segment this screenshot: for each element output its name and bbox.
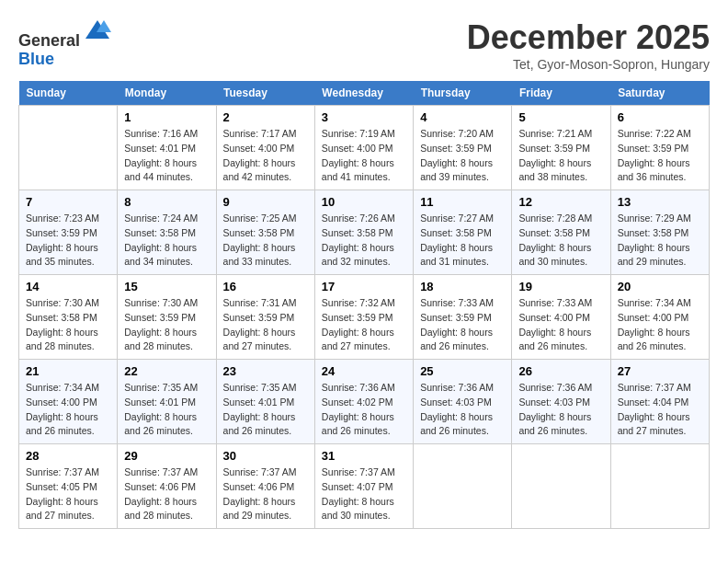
- calendar-cell: 19Sunrise: 7:33 AMSunset: 4:00 PMDayligh…: [512, 275, 610, 360]
- day-info: Sunrise: 7:24 AMSunset: 3:58 PMDaylight:…: [124, 212, 209, 270]
- day-info: Sunrise: 7:37 AMSunset: 4:06 PMDaylight:…: [223, 465, 308, 523]
- calendar-cell: 11Sunrise: 7:27 AMSunset: 3:58 PMDayligh…: [414, 190, 512, 275]
- header-cell-monday: Monday: [118, 81, 216, 106]
- calendar-cell: 4Sunrise: 7:20 AMSunset: 3:59 PMDaylight…: [414, 106, 512, 190]
- day-info: Sunrise: 7:36 AMSunset: 4:02 PMDaylight:…: [322, 381, 406, 439]
- day-number: 15: [124, 280, 209, 293]
- day-number: 2: [223, 110, 308, 124]
- day-info: Sunrise: 7:36 AMSunset: 4:03 PMDaylight:…: [518, 381, 603, 439]
- header-cell-friday: Friday: [512, 81, 610, 106]
- calendar-cell: 23Sunrise: 7:35 AMSunset: 4:01 PMDayligh…: [216, 360, 314, 444]
- calendar-cell: 14Sunrise: 7:30 AMSunset: 3:58 PMDayligh…: [19, 275, 118, 360]
- calendar-cell: 13Sunrise: 7:29 AMSunset: 3:58 PMDayligh…: [610, 190, 709, 275]
- day-info: Sunrise: 7:20 AMSunset: 3:59 PMDaylight:…: [420, 127, 505, 185]
- day-number: 31: [322, 449, 406, 463]
- calendar-cell: 25Sunrise: 7:36 AMSunset: 4:03 PMDayligh…: [414, 360, 512, 444]
- calendar-cell: 27Sunrise: 7:37 AMSunset: 4:04 PMDayligh…: [610, 360, 709, 444]
- calendar-cell: 8Sunrise: 7:24 AMSunset: 3:58 PMDaylight…: [118, 190, 216, 275]
- calendar-cell: 22Sunrise: 7:35 AMSunset: 4:01 PMDayligh…: [118, 360, 216, 444]
- day-number: 25: [420, 364, 505, 378]
- header-cell-tuesday: Tuesday: [216, 81, 314, 106]
- day-info: Sunrise: 7:26 AMSunset: 3:58 PMDaylight:…: [322, 212, 406, 270]
- day-number: 22: [124, 364, 209, 378]
- day-number: 7: [26, 195, 110, 209]
- day-info: Sunrise: 7:34 AMSunset: 4:00 PMDaylight:…: [618, 296, 702, 354]
- calendar-cell: 5Sunrise: 7:21 AMSunset: 3:59 PMDaylight…: [512, 106, 610, 190]
- calendar-cell: 18Sunrise: 7:33 AMSunset: 3:59 PMDayligh…: [414, 275, 512, 360]
- location-subtitle: Tet, Gyor-Moson-Sopron, Hungary: [467, 57, 710, 72]
- calendar-cell: 21Sunrise: 7:34 AMSunset: 4:00 PMDayligh…: [19, 360, 118, 444]
- week-row-3: 14Sunrise: 7:30 AMSunset: 3:58 PMDayligh…: [19, 275, 710, 360]
- day-number: 17: [322, 280, 406, 293]
- calendar-body: 1Sunrise: 7:16 AMSunset: 4:01 PMDaylight…: [19, 106, 710, 529]
- week-row-5: 28Sunrise: 7:37 AMSunset: 4:05 PMDayligh…: [19, 444, 710, 529]
- calendar-cell: 16Sunrise: 7:31 AMSunset: 3:59 PMDayligh…: [216, 275, 314, 360]
- calendar-cell: 20Sunrise: 7:34 AMSunset: 4:00 PMDayligh…: [610, 275, 709, 360]
- day-number: 5: [518, 110, 603, 124]
- day-info: Sunrise: 7:30 AMSunset: 3:58 PMDaylight:…: [26, 296, 110, 354]
- day-info: Sunrise: 7:33 AMSunset: 4:00 PMDaylight:…: [518, 296, 603, 354]
- calendar-cell: 7Sunrise: 7:23 AMSunset: 3:59 PMDaylight…: [19, 190, 118, 275]
- calendar-cell: 10Sunrise: 7:26 AMSunset: 3:58 PMDayligh…: [314, 190, 413, 275]
- day-info: Sunrise: 7:27 AMSunset: 3:58 PMDaylight:…: [420, 212, 505, 270]
- day-number: 20: [618, 280, 702, 293]
- calendar-cell: [610, 444, 709, 529]
- header-cell-sunday: Sunday: [19, 81, 118, 106]
- logo-general: General: [18, 31, 80, 50]
- page-header: General Blue December 2025 Tet, Gyor-Mos…: [18, 18, 710, 72]
- header-cell-thursday: Thursday: [414, 81, 512, 106]
- header-cell-saturday: Saturday: [610, 81, 709, 106]
- calendar-cell: 15Sunrise: 7:30 AMSunset: 3:59 PMDayligh…: [118, 275, 216, 360]
- day-info: Sunrise: 7:16 AMSunset: 4:01 PMDaylight:…: [124, 127, 209, 185]
- page-title: December 2025: [467, 18, 710, 57]
- header-cell-wednesday: Wednesday: [314, 81, 413, 106]
- day-number: 8: [124, 195, 209, 209]
- day-number: 10: [322, 195, 406, 209]
- day-number: 4: [420, 110, 505, 124]
- day-info: Sunrise: 7:35 AMSunset: 4:01 PMDaylight:…: [124, 381, 209, 439]
- day-number: 6: [618, 110, 702, 124]
- day-info: Sunrise: 7:19 AMSunset: 4:00 PMDaylight:…: [322, 127, 406, 185]
- day-number: 11: [420, 195, 505, 209]
- day-info: Sunrise: 7:37 AMSunset: 4:06 PMDaylight:…: [124, 465, 209, 523]
- day-info: Sunrise: 7:17 AMSunset: 4:00 PMDaylight:…: [223, 127, 308, 185]
- day-number: 3: [322, 110, 406, 124]
- calendar-cell: 26Sunrise: 7:36 AMSunset: 4:03 PMDayligh…: [512, 360, 610, 444]
- calendar-cell: 6Sunrise: 7:22 AMSunset: 3:59 PMDaylight…: [610, 106, 709, 190]
- day-info: Sunrise: 7:29 AMSunset: 3:58 PMDaylight:…: [618, 212, 702, 270]
- calendar-cell: 12Sunrise: 7:28 AMSunset: 3:58 PMDayligh…: [512, 190, 610, 275]
- day-info: Sunrise: 7:22 AMSunset: 3:59 PMDaylight:…: [618, 127, 702, 185]
- day-info: Sunrise: 7:25 AMSunset: 3:58 PMDaylight:…: [223, 212, 308, 270]
- day-info: Sunrise: 7:36 AMSunset: 4:03 PMDaylight:…: [420, 381, 505, 439]
- calendar-header: SundayMondayTuesdayWednesdayThursdayFrid…: [19, 81, 710, 106]
- day-info: Sunrise: 7:28 AMSunset: 3:58 PMDaylight:…: [518, 212, 603, 270]
- day-number: 18: [420, 280, 505, 293]
- logo-blue: Blue: [18, 50, 54, 68]
- week-row-2: 7Sunrise: 7:23 AMSunset: 3:59 PMDaylight…: [19, 190, 710, 275]
- day-number: 23: [223, 364, 308, 378]
- calendar-cell: 24Sunrise: 7:36 AMSunset: 4:02 PMDayligh…: [314, 360, 413, 444]
- calendar-cell: 17Sunrise: 7:32 AMSunset: 3:59 PMDayligh…: [314, 275, 413, 360]
- day-number: 13: [618, 195, 702, 209]
- day-number: 12: [518, 195, 603, 209]
- calendar-cell: [414, 444, 512, 529]
- day-info: Sunrise: 7:21 AMSunset: 3:59 PMDaylight:…: [518, 127, 603, 185]
- day-number: 21: [26, 364, 110, 378]
- day-info: Sunrise: 7:37 AMSunset: 4:04 PMDaylight:…: [618, 381, 702, 439]
- calendar-cell: 30Sunrise: 7:37 AMSunset: 4:06 PMDayligh…: [216, 444, 314, 529]
- header-row: SundayMondayTuesdayWednesdayThursdayFrid…: [19, 81, 710, 106]
- week-row-4: 21Sunrise: 7:34 AMSunset: 4:00 PMDayligh…: [19, 360, 710, 444]
- day-number: 14: [26, 280, 110, 293]
- logo-icon: [84, 18, 111, 46]
- day-number: 29: [124, 449, 209, 463]
- day-number: 1: [124, 110, 209, 124]
- day-info: Sunrise: 7:31 AMSunset: 3:59 PMDaylight:…: [223, 296, 308, 354]
- day-number: 24: [322, 364, 406, 378]
- calendar-cell: 1Sunrise: 7:16 AMSunset: 4:01 PMDaylight…: [118, 106, 216, 190]
- day-info: Sunrise: 7:23 AMSunset: 3:59 PMDaylight:…: [26, 212, 110, 270]
- calendar-cell: 3Sunrise: 7:19 AMSunset: 4:00 PMDaylight…: [314, 106, 413, 190]
- day-number: 30: [223, 449, 308, 463]
- calendar-cell: [19, 106, 118, 190]
- day-info: Sunrise: 7:37 AMSunset: 4:07 PMDaylight:…: [322, 465, 406, 523]
- day-info: Sunrise: 7:37 AMSunset: 4:05 PMDaylight:…: [26, 465, 110, 523]
